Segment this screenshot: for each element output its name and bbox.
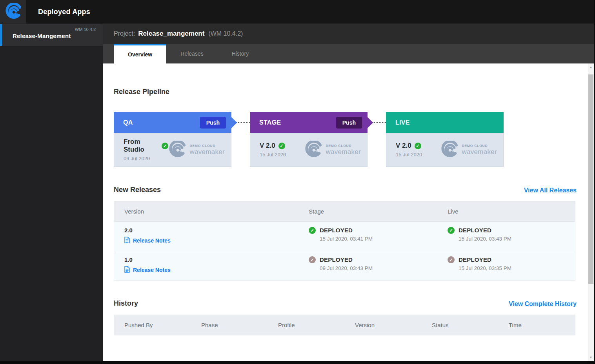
column-header-phase: Phase <box>191 315 268 335</box>
table-row: 1.0 Release Notes <box>114 251 575 280</box>
qa-stage-name: QA <box>123 119 133 126</box>
window-bottom-edge <box>0 361 595 364</box>
pipeline-connector-qa-stage <box>231 112 250 133</box>
table-row: 2.0 Release Notes <box>114 221 575 251</box>
stage-status: DEPLOYED <box>320 256 373 263</box>
wavemaker-cloud-logo-icon <box>168 141 186 159</box>
scroll-up-arrow-icon[interactable]: ▲ <box>588 64 594 70</box>
pipeline-card-live: LIVE V 2.0 15 Jul 2020 <box>386 112 504 167</box>
cloud-logo-line1: DEMO CLOUD <box>189 144 225 148</box>
cloud-logo-line1: DEMO CLOUD <box>326 144 361 148</box>
column-header-pushed-by: Pushed By <box>114 315 191 335</box>
release-version: 1.0 <box>124 256 298 263</box>
stage-card-header: STAGE Push <box>250 112 368 133</box>
stage-date: 15 Jul 2020 <box>260 152 286 158</box>
app-logo-tile[interactable] <box>0 0 26 24</box>
pipeline-card-qa: QA Push From Studio 09 Jul 2020 <box>114 112 231 167</box>
qa-version: From Studio <box>124 138 158 154</box>
scrollbar-thumb[interactable] <box>588 74 593 284</box>
column-header-version: Version <box>114 201 298 221</box>
stage-check-icon <box>278 143 285 149</box>
sidebar-item-label: Release-Mangement <box>13 33 71 39</box>
tab-overview[interactable]: Overview <box>114 44 166 63</box>
deployed-check-icon <box>448 256 455 263</box>
new-releases-title: New Releases <box>114 186 161 194</box>
cloud-logo-line2: wavemaker <box>189 148 225 156</box>
live-version: V 2.0 <box>396 142 411 150</box>
tab-history[interactable]: History <box>218 44 263 63</box>
release-version: 2.0 <box>124 227 298 234</box>
app-title: Deployed Apps <box>38 8 90 16</box>
top-app-bar: Deployed Apps <box>0 0 595 24</box>
cloud-logo-line2: wavemaker <box>326 148 361 156</box>
project-name: Release_mangement <box>138 30 204 38</box>
new-releases-table: Version Stage Live 2.0 <box>114 201 575 281</box>
release-notes-link[interactable]: Release Notes <box>124 237 298 244</box>
release-notes-label: Release Notes <box>133 237 171 244</box>
deployed-check-icon <box>309 227 316 234</box>
stage-status: DEPLOYED <box>320 227 373 234</box>
overview-content: Release Pipeline QA Push From Studio 09 … <box>103 63 595 361</box>
column-header-time: Time <box>499 315 575 335</box>
new-releases-table-header: Version Stage Live <box>114 201 575 221</box>
document-icon <box>124 237 130 244</box>
column-header-profile: Profile <box>268 315 345 335</box>
release-notes-link[interactable]: Release Notes <box>124 266 298 274</box>
cloud-logo-line1: DEMO CLOUD <box>462 144 497 148</box>
live-time: 15 Jul 2020, 03:35 PM <box>459 265 511 271</box>
stage-cloud-logo: DEMO CLOUD wavemaker <box>304 141 361 159</box>
history-table-header: Pushed By Phase Profile Version Status T… <box>114 315 575 335</box>
qa-push-button[interactable]: Push <box>200 117 226 129</box>
live-card-body: V 2.0 15 Jul 2020 <box>386 133 504 167</box>
stage-time: 15 Jul 2020, 03:41 PM <box>320 236 373 242</box>
live-date: 15 Jul 2020 <box>396 152 422 158</box>
history-header-row: History View Complete History <box>114 299 577 308</box>
main-panel: Project: Release_mangement (WM 10.4.2) O… <box>103 24 595 361</box>
qa-card-header: QA Push <box>114 112 231 133</box>
column-header-version: Version <box>345 315 422 335</box>
stage-version: V 2.0 <box>260 142 275 150</box>
tab-releases[interactable]: Releases <box>166 44 217 63</box>
stage-time: 09 Jul 2020, 03:43 PM <box>320 265 373 271</box>
project-header: Project: Release_mangement (WM 10.4.2) <box>103 24 595 44</box>
cloud-logo-line2: wavemaker <box>462 148 497 156</box>
release-notes-label: Release Notes <box>133 267 171 273</box>
vertical-scrollbar[interactable]: ▲ ▼ <box>588 63 594 361</box>
history-table: Pushed By Phase Profile Version Status T… <box>114 315 575 335</box>
view-all-releases-link[interactable]: View All Releases <box>524 187 577 194</box>
live-cloud-logo: DEMO CLOUD wavemaker <box>440 141 497 159</box>
qa-cloud-logo: DEMO CLOUD wavemaker <box>168 141 225 159</box>
stage-push-button[interactable]: Push <box>336 117 362 129</box>
tab-bar: Overview Releases History <box>103 44 595 63</box>
project-label: Project: <box>114 30 135 37</box>
live-check-icon <box>415 143 421 149</box>
release-pipeline: QA Push From Studio 09 Jul 2020 <box>114 112 577 167</box>
pipeline-card-stage: STAGE Push V 2.0 15 Jul 2020 <box>250 112 368 167</box>
project-version: (WM 10.4.2) <box>208 30 243 37</box>
stage-stage-name: STAGE <box>259 119 281 126</box>
document-icon <box>124 266 130 274</box>
deployed-check-icon <box>309 256 316 263</box>
pipeline-connector-stage-live <box>368 112 386 133</box>
wavemaker-cloud-logo-icon <box>304 141 322 159</box>
release-pipeline-title: Release Pipeline <box>114 88 577 96</box>
sidebar-item-release-mangement[interactable]: Release-Mangement WM 10.4.2 <box>0 24 103 46</box>
wavemaker-logo-icon <box>5 3 21 20</box>
new-releases-header-row: New Releases View All Releases <box>114 186 577 194</box>
deployed-check-icon <box>448 227 455 234</box>
wavemaker-cloud-logo-icon <box>440 141 459 159</box>
live-status: DEPLOYED <box>459 227 511 234</box>
column-header-live: Live <box>437 201 575 221</box>
scroll-down-arrow-icon[interactable]: ▼ <box>588 355 594 360</box>
live-stage-name: LIVE <box>395 119 410 126</box>
sidebar: Release-Mangement WM 10.4.2 <box>0 24 103 361</box>
stage-card-body: V 2.0 15 Jul 2020 <box>250 133 368 167</box>
qa-card-body: From Studio 09 Jul 2020 <box>114 133 231 167</box>
history-title: History <box>114 299 138 308</box>
column-header-stage: Stage <box>298 201 437 221</box>
live-time: 15 Jul 2020, 03:43 PM <box>459 236 511 242</box>
qa-check-icon <box>162 143 168 149</box>
live-status: DEPLOYED <box>459 256 511 263</box>
view-complete-history-link[interactable]: View Complete History <box>509 301 577 308</box>
live-card-header: LIVE <box>386 112 504 133</box>
